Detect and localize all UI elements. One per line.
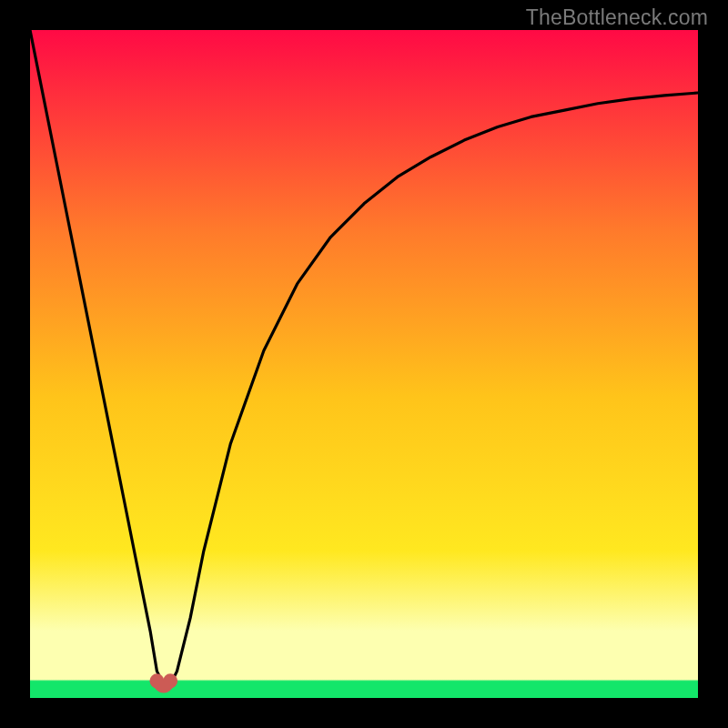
watermark-text: TheBottleneck.com [526,5,708,30]
optimal-marker [149,673,177,688]
plot-area [30,30,698,698]
chart-frame: TheBottleneck.com [0,0,728,728]
bottleneck-curve [30,30,698,698]
